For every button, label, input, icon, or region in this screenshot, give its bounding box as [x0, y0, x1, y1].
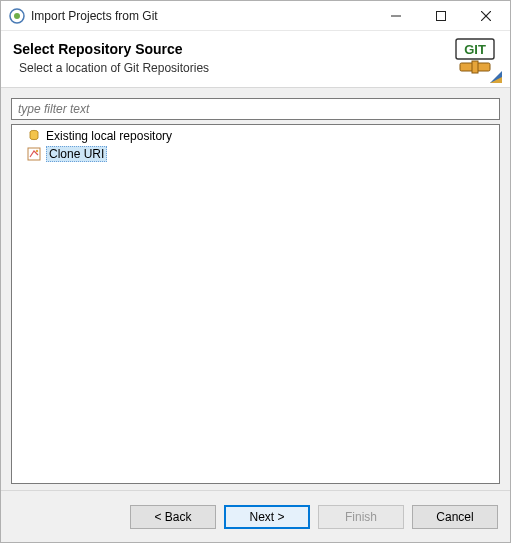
- svg-rect-13: [28, 148, 40, 160]
- dialog-window: Import Projects from Git Select Reposito…: [0, 0, 511, 543]
- filter-input[interactable]: [11, 98, 500, 120]
- list-item-existing-local-repository[interactable]: Existing local repository: [12, 127, 499, 145]
- close-button[interactable]: [463, 2, 508, 30]
- finish-button: Finish: [318, 505, 404, 529]
- page-title: Select Repository Source: [13, 41, 498, 57]
- window-title: Import Projects from Git: [31, 9, 373, 23]
- svg-point-1: [14, 13, 20, 19]
- list-item-clone-uri[interactable]: Clone URI: [12, 145, 499, 163]
- repository-icon: [26, 128, 42, 144]
- clone-uri-icon: [26, 146, 42, 162]
- cancel-button[interactable]: Cancel: [412, 505, 498, 529]
- git-banner-icon: GIT: [438, 37, 502, 83]
- page-subtitle: Select a location of Git Repositories: [19, 61, 498, 75]
- next-button[interactable]: Next >: [224, 505, 310, 529]
- minimize-button[interactable]: [373, 2, 418, 30]
- svg-point-14: [36, 150, 38, 152]
- source-list[interactable]: Existing local repository Clone URI: [11, 124, 500, 484]
- app-icon: [9, 8, 25, 24]
- wizard-header: Select Repository Source Select a locati…: [1, 31, 510, 88]
- svg-rect-9: [472, 61, 478, 73]
- content-area: Existing local repository Clone URI: [1, 88, 510, 490]
- titlebar: Import Projects from Git: [1, 1, 510, 31]
- back-button[interactable]: < Back: [130, 505, 216, 529]
- svg-rect-3: [436, 11, 445, 20]
- svg-text:GIT: GIT: [464, 42, 486, 57]
- maximize-button[interactable]: [418, 2, 463, 30]
- button-bar: < Back Next > Finish Cancel: [1, 490, 510, 542]
- list-item-label: Existing local repository: [46, 129, 172, 143]
- list-item-label: Clone URI: [46, 146, 107, 162]
